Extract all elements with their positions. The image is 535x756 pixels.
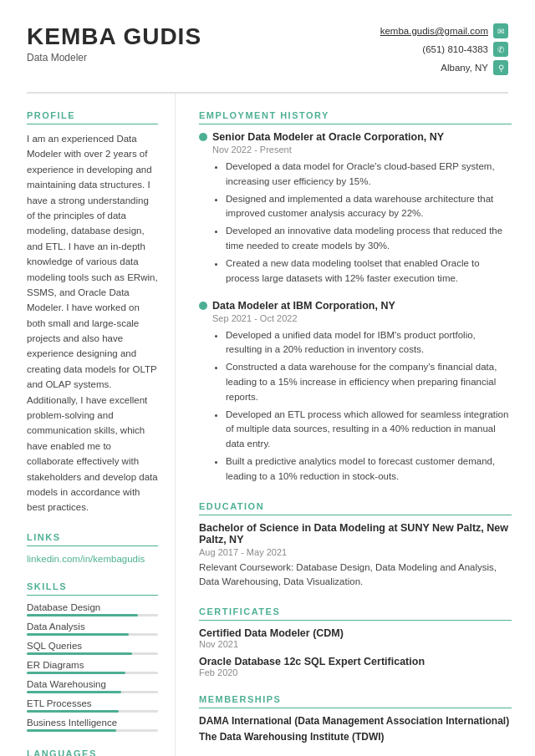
cert-date: Feb 2020 (199, 667, 512, 677)
job-title: Data Modeler at IBM Corporation, NY (212, 300, 395, 312)
cert-date: Nov 2021 (199, 639, 512, 649)
certificates-heading: CERTIFICATES (199, 606, 512, 621)
contact-location: Albany, NY ⚲ (441, 60, 508, 75)
jobs-list: Senior Data Modeler at Oracle Corporatio… (199, 131, 512, 485)
skill-bar-fill (27, 729, 116, 732)
header-right: kemba.gudis@gmail.com ✉ (651) 810-4383 ✆… (380, 23, 508, 75)
skill-name: ER Diagrams (27, 660, 158, 670)
job-dot (199, 133, 207, 141)
main-content: PROFILE I am an experienced Data Modeler… (0, 94, 535, 756)
skill-item: Data Analysis (27, 622, 158, 636)
skill-item: ETL Processes (27, 698, 158, 713)
skill-bar-fill (27, 652, 132, 655)
skill-bar-fill (27, 710, 119, 713)
certs-list: Certified Data Modeler (CDM) Nov 2021 Or… (199, 627, 512, 677)
cert-name: Certified Data Modeler (CDM) (199, 627, 512, 639)
skill-name: Database Design (27, 602, 158, 612)
links-section: LINKS linkedin.com/in/kembagudis (27, 532, 158, 565)
job-entry: Data Modeler at IBM Corporation, NY Sep … (199, 300, 512, 485)
sidebar: PROFILE I am an experienced Data Modeler… (0, 94, 176, 756)
linkedin-link[interactable]: linkedin.com/in/kembagudis (27, 554, 145, 564)
job-bullets: Developed a unified data model for IBM's… (219, 328, 512, 485)
skill-bar-fill (27, 672, 125, 674)
skill-name: Data Warehousing (27, 679, 158, 689)
cert-name: Oracle Database 12c SQL Expert Certifica… (199, 656, 512, 667)
profile-section: PROFILE I am an experienced Data Modeler… (27, 110, 158, 515)
contact-phone: (651) 810-4383 ✆ (422, 42, 508, 57)
skill-bar-bg (27, 672, 158, 674)
candidate-title: Data Modeler (27, 52, 201, 63)
job-title-line: Senior Data Modeler at Oracle Corporatio… (199, 131, 512, 143)
link-item: linkedin.com/in/kembagudis (27, 553, 158, 565)
contact-email: kemba.gudis@gmail.com ✉ (380, 23, 508, 38)
education-section: EDUCATION Bachelor of Science in Data Mo… (199, 501, 512, 591)
skills-heading: SKILLS (27, 581, 158, 596)
email-icon: ✉ (493, 23, 508, 38)
cert-entry: Certified Data Modeler (CDM) Nov 2021 (199, 627, 512, 649)
skill-bar-bg (27, 729, 158, 732)
skill-item: Database Design (27, 602, 158, 616)
skill-name: ETL Processes (27, 698, 158, 708)
phone-icon: ✆ (493, 42, 508, 57)
edu-degree: Bachelor of Science in Data Modeling at … (199, 522, 512, 545)
membership-item: DAMA International (Data Management Asso… (199, 715, 512, 727)
job-bullet: Developed a data model for Oracle's clou… (226, 160, 512, 190)
edu-date: Aug 2017 - May 2021 (199, 547, 512, 557)
skills-section: SKILLS Database Design Data Analysis SQL… (27, 581, 158, 732)
skill-bar-bg (27, 710, 158, 713)
job-date: Nov 2022 - Present (212, 145, 512, 155)
skill-item: Business Intelligence (27, 718, 158, 732)
cert-entry: Oracle Database 12c SQL Expert Certifica… (199, 656, 512, 677)
skill-name: Business Intelligence (27, 718, 158, 728)
skill-name: SQL Queries (27, 641, 158, 651)
skill-bar-bg (27, 633, 158, 636)
membership-item: The Data Warehousing Institute (TDWI) (199, 731, 512, 743)
skill-bar-fill (27, 614, 138, 616)
skill-item: ER Diagrams (27, 660, 158, 674)
job-title-line: Data Modeler at IBM Corporation, NY (199, 300, 512, 312)
profile-heading: PROFILE (27, 110, 158, 124)
candidate-name: KEMBA GUDIS (27, 23, 201, 50)
header: KEMBA GUDIS Data Modeler kemba.gudis@gma… (0, 0, 535, 92)
job-bullet: Created a new data modeling toolset that… (226, 256, 512, 287)
languages-heading: LANGUAGES (27, 748, 158, 756)
job-bullet: Built a predictive analytics model to fo… (226, 454, 512, 485)
job-bullets: Developed a data model for Oracle's clou… (219, 160, 512, 287)
job-entry: Senior Data Modeler at Oracle Corporatio… (199, 131, 512, 287)
job-date: Sep 2021 - Oct 2022 (212, 313, 512, 323)
header-left: KEMBA GUDIS Data Modeler (27, 23, 201, 63)
memberships-heading: MEMBERSHIPS (199, 694, 512, 708)
skill-item: SQL Queries (27, 641, 158, 655)
education-heading: EDUCATION (199, 501, 512, 515)
job-bullet: Constructed a data warehouse for the com… (226, 360, 512, 404)
job-bullet: Developed an innovative data modeling pr… (226, 224, 512, 254)
job-bullet: Developed an ETL process which allowed f… (226, 408, 512, 452)
memberships-section: MEMBERSHIPS DAMA International (Data Man… (199, 694, 512, 743)
skill-name: Data Analysis (27, 622, 158, 632)
job-bullet: Developed a unified data model for IBM's… (226, 328, 512, 358)
skills-list: Database Design Data Analysis SQL Querie… (27, 602, 158, 732)
skill-bar-bg (27, 614, 158, 616)
skill-bar-fill (27, 691, 121, 693)
edu-coursework: Relevant Coursework: Database Design, Da… (199, 561, 512, 591)
main-column: EMPLOYMENT HISTORY Senior Data Modeler a… (176, 94, 535, 756)
email-link[interactable]: kemba.gudis@gmail.com (380, 26, 488, 36)
phone-text: (651) 810-4383 (422, 44, 488, 54)
job-dot (199, 302, 207, 310)
skill-bar-bg (27, 652, 158, 655)
job-bullet: Designed and implemented a data warehous… (226, 192, 512, 222)
resume-container: KEMBA GUDIS Data Modeler kemba.gudis@gma… (0, 0, 535, 756)
skill-item: Data Warehousing (27, 679, 158, 693)
languages-section: LANGUAGES English Italian (27, 748, 158, 756)
location-text: Albany, NY (441, 63, 488, 73)
location-icon: ⚲ (493, 60, 508, 75)
profile-text: I am an experienced Data Modeler with ov… (27, 131, 158, 515)
skill-bar-fill (27, 633, 129, 636)
memberships-list: DAMA International (Data Management Asso… (199, 715, 512, 743)
links-heading: LINKS (27, 532, 158, 546)
employment-section: EMPLOYMENT HISTORY Senior Data Modeler a… (199, 110, 512, 485)
skill-bar-bg (27, 691, 158, 693)
employment-heading: EMPLOYMENT HISTORY (199, 110, 512, 124)
job-title: Senior Data Modeler at Oracle Corporatio… (212, 131, 444, 143)
certificates-section: CERTIFICATES Certified Data Modeler (CDM… (199, 606, 512, 677)
